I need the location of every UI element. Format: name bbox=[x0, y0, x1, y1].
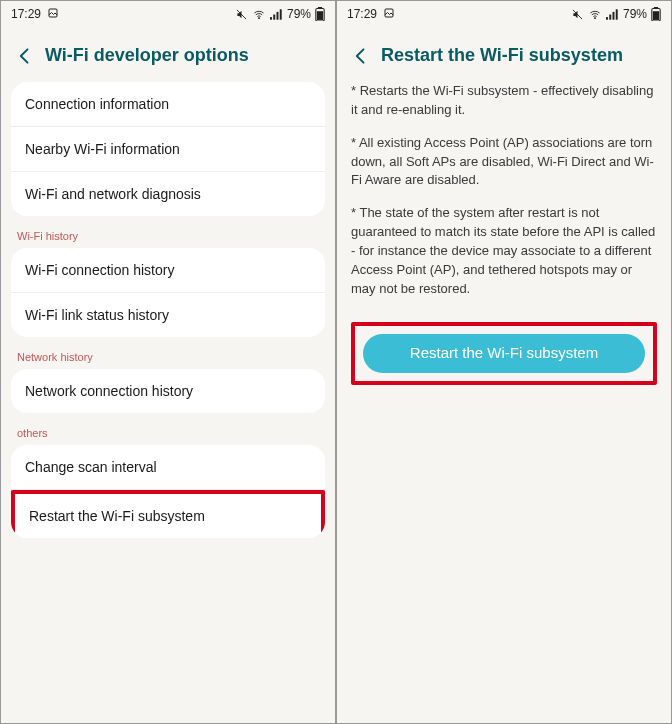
item-change-scan-interval[interactable]: Change scan interval bbox=[11, 445, 325, 490]
header: Wi-Fi developer options bbox=[1, 27, 335, 82]
battery-icon bbox=[651, 7, 661, 21]
item-restart-wifi-subsystem[interactable]: Restart the Wi-Fi subsystem bbox=[11, 490, 325, 538]
item-connection-information[interactable]: Connection information bbox=[11, 82, 325, 127]
paragraph-1: * Restarts the Wi-Fi subsystem - effecti… bbox=[351, 82, 657, 120]
phone-left: 17:29 79% Wi-Fi developer options bbox=[0, 0, 336, 724]
svg-rect-0 bbox=[49, 9, 57, 17]
svg-rect-4 bbox=[273, 14, 275, 19]
svg-rect-15 bbox=[612, 11, 614, 19]
section-label-wifi-history: Wi-Fi history bbox=[11, 230, 325, 248]
paragraph-3: * The state of the system after restart … bbox=[351, 204, 657, 298]
svg-point-2 bbox=[258, 17, 259, 18]
group-others: Change scan interval Restart the Wi-Fi s… bbox=[11, 445, 325, 538]
item-wifi-network-diagnosis[interactable]: Wi-Fi and network diagnosis bbox=[11, 172, 325, 216]
wifi-icon bbox=[252, 9, 266, 20]
group-wifi-history: Wi-Fi connection history Wi-Fi link stat… bbox=[11, 248, 325, 337]
section-label-network-history: Network history bbox=[11, 351, 325, 369]
svg-rect-13 bbox=[606, 17, 608, 20]
description-text: * Restarts the Wi-Fi subsystem - effecti… bbox=[337, 82, 671, 312]
wifi-icon bbox=[588, 9, 602, 20]
screenshot-icon bbox=[383, 7, 395, 22]
item-network-connection-history[interactable]: Network connection history bbox=[11, 369, 325, 413]
svg-rect-9 bbox=[317, 11, 323, 20]
svg-rect-14 bbox=[609, 14, 611, 19]
status-bar: 17:29 79% bbox=[337, 1, 671, 27]
svg-rect-3 bbox=[270, 17, 272, 20]
battery-icon bbox=[315, 7, 325, 21]
item-nearby-wifi-info[interactable]: Nearby Wi-Fi information bbox=[11, 127, 325, 172]
status-time: 17:29 bbox=[347, 7, 377, 21]
group-network-history: Network connection history bbox=[11, 369, 325, 413]
svg-rect-6 bbox=[280, 9, 282, 19]
mute-icon bbox=[235, 9, 248, 20]
section-label-others: others bbox=[11, 427, 325, 445]
back-icon[interactable] bbox=[15, 46, 35, 66]
item-wifi-link-status-history[interactable]: Wi-Fi link status history bbox=[11, 293, 325, 337]
mute-icon bbox=[571, 9, 584, 20]
status-bar: 17:29 79% bbox=[1, 1, 335, 27]
svg-rect-5 bbox=[276, 11, 278, 19]
page-title: Restart the Wi-Fi subsystem bbox=[381, 45, 623, 66]
battery-text: 79% bbox=[287, 7, 311, 21]
phone-right: 17:29 79% Restart the Wi-Fi subsyste bbox=[336, 0, 672, 724]
signal-icon bbox=[270, 9, 283, 20]
button-highlight: Restart the Wi-Fi subsystem bbox=[351, 322, 657, 385]
back-icon[interactable] bbox=[351, 46, 371, 66]
item-wifi-connection-history[interactable]: Wi-Fi connection history bbox=[11, 248, 325, 293]
group-general: Connection information Nearby Wi-Fi info… bbox=[11, 82, 325, 216]
page-title: Wi-Fi developer options bbox=[45, 45, 249, 66]
svg-rect-19 bbox=[653, 11, 659, 20]
svg-rect-10 bbox=[385, 9, 393, 17]
screenshot-icon bbox=[47, 7, 59, 22]
svg-rect-16 bbox=[616, 9, 618, 19]
header: Restart the Wi-Fi subsystem bbox=[337, 27, 671, 82]
svg-point-12 bbox=[594, 17, 595, 18]
restart-wifi-button[interactable]: Restart the Wi-Fi subsystem bbox=[363, 334, 645, 373]
signal-icon bbox=[606, 9, 619, 20]
paragraph-2: * All existing Access Point (AP) associa… bbox=[351, 134, 657, 191]
status-time: 17:29 bbox=[11, 7, 41, 21]
battery-text: 79% bbox=[623, 7, 647, 21]
